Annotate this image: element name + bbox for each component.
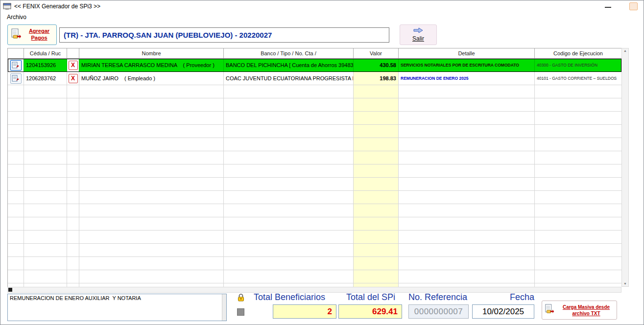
cell-delete[interactable]: X <box>67 59 79 72</box>
cell-cedula <box>24 178 67 191</box>
add-payment-icon <box>10 28 23 42</box>
cell-cedula[interactable]: 1206283762 <box>24 72 67 85</box>
cell-cedula <box>24 164 67 178</box>
cell-row-button <box>8 178 24 191</box>
cell-cedula <box>24 191 67 204</box>
empty-table-row <box>8 98 621 112</box>
cell-row-button <box>8 217 24 231</box>
referencia-label: No. Referencia <box>408 292 467 302</box>
col-header-cedula: Cédula / Ruc <box>24 48 67 59</box>
scroll-down-icon[interactable]: ▼ <box>623 281 627 286</box>
cell-codigo[interactable]: 40300 - GASTO DE INVERSIÓN <box>535 59 621 72</box>
empty-table-row <box>8 164 621 178</box>
cell-nombre[interactable]: MIRIAN TERESA CARRASCO MEDINA ( Proveedo… <box>79 59 224 72</box>
cell-row-button[interactable] <box>8 59 24 72</box>
cell-row-button <box>8 191 24 204</box>
cell-codigo <box>535 270 621 283</box>
cell-valor <box>354 112 399 125</box>
cell-banco[interactable]: BANCO DEL PICHINCHA [ Cuenta de Ahorros … <box>224 59 354 72</box>
cell-row-button <box>8 125 24 138</box>
cell-nombre <box>79 178 224 191</box>
cell-cedula <box>24 112 67 125</box>
table-row: 1206283762XMUÑOZ JAIRO ( Empleado )COAC … <box>8 72 621 85</box>
cell-valor <box>354 217 399 231</box>
cell-nombre <box>79 151 224 164</box>
empty-table-row <box>8 283 621 287</box>
cell-cedula <box>24 257 67 270</box>
cell-row-button <box>8 270 24 283</box>
cell-detalle <box>399 191 535 204</box>
empty-table-row <box>8 178 621 191</box>
horizontal-scrollbar-thumb[interactable] <box>8 288 12 292</box>
cell-detalle <box>399 244 535 257</box>
close-button[interactable] <box>629 2 638 10</box>
cell-banco <box>224 191 354 204</box>
cell-nombre <box>79 112 224 125</box>
bulk-load-icon <box>544 304 556 316</box>
cell-valor[interactable]: 198.83 <box>354 72 399 85</box>
cell-row-button <box>8 112 24 125</box>
total-spi-value: 629.41 <box>338 304 402 319</box>
cell-cedula <box>24 125 67 138</box>
minimize-button[interactable] <box>605 7 611 8</box>
salir-button[interactable]: Salir <box>400 24 437 45</box>
cell-valor <box>354 270 399 283</box>
cell-valor <box>354 98 399 112</box>
cell-detalle <box>399 217 535 231</box>
disabled-checkbox <box>237 308 244 316</box>
cell-delete <box>67 98 79 112</box>
cell-codigo <box>535 125 621 138</box>
cell-delete[interactable]: X <box>67 72 79 85</box>
cell-banco <box>224 217 354 231</box>
cell-row-button <box>8 283 24 287</box>
cell-banco <box>224 231 354 244</box>
row-edit-button[interactable] <box>10 60 22 70</box>
cell-banco <box>224 283 354 287</box>
memo-field[interactable]: REMUNERACION DE ENERO AUXILIAR Y NOTARIA <box>7 294 227 321</box>
cell-codigo <box>535 164 621 178</box>
salir-label: Salir <box>412 35 424 42</box>
agregar-pagos-button[interactable]: Agregar Pagos <box>7 24 57 45</box>
cell-detalle[interactable]: SERVICIOS NOTARIALES POR DE ESCRITURA CO… <box>399 59 535 72</box>
cell-codigo <box>535 283 621 287</box>
cell-valor[interactable]: 430.58 <box>354 59 399 72</box>
cell-banco <box>224 164 354 178</box>
memo-scrollbar <box>222 294 226 321</box>
row-delete-button[interactable]: X <box>69 61 78 70</box>
cell-nombre[interactable]: MUÑOZ JAIRO ( Empleado ) <box>79 72 224 85</box>
row-delete-button[interactable]: X <box>69 74 78 83</box>
fecha-label: Fecha <box>510 292 534 302</box>
empty-table-row <box>8 270 621 283</box>
cell-cedula <box>24 98 67 112</box>
cell-cedula[interactable]: 1204153926 <box>24 59 67 72</box>
cell-valor <box>354 244 399 257</box>
cell-codigo <box>535 178 621 191</box>
cell-row-button <box>8 85 24 98</box>
lock-icon[interactable] <box>237 293 245 302</box>
cell-detalle[interactable]: REMUNERACION DE ENERO 2025 <box>399 72 535 85</box>
fecha-field[interactable] <box>472 304 534 319</box>
empty-table-row <box>8 231 621 244</box>
menu-item-archivo[interactable]: Archivo <box>5 13 28 22</box>
cell-detalle <box>399 283 535 287</box>
cell-codigo[interactable]: 40101 - GASTO CORRIENTE – SUELDOS <box>535 72 621 85</box>
col-header-detalle: Detalle <box>399 48 535 59</box>
cell-row-button <box>8 257 24 270</box>
cell-delete <box>67 231 79 244</box>
cell-banco[interactable]: COAC JUVENTUD ECUATORIANA PROGRESISTA LT… <box>224 72 354 85</box>
titlebar: << FENIX Generador de SPi3 >> <box>0 0 644 12</box>
cell-valor <box>354 85 399 98</box>
carga-masiva-button[interactable]: Carga Masiva desde archivo TXT <box>542 301 617 320</box>
row-edit-button[interactable] <box>10 73 22 84</box>
vertical-scrollbar[interactable]: ▲ ▼ <box>621 48 629 287</box>
cell-valor <box>354 138 399 151</box>
cell-row-button <box>8 98 24 112</box>
cell-detalle <box>399 204 535 217</box>
cell-delete <box>67 138 79 151</box>
cell-row-button[interactable] <box>8 72 24 85</box>
cell-cedula <box>24 244 67 257</box>
entity-field[interactable] <box>59 27 389 43</box>
cell-codigo <box>535 191 621 204</box>
scroll-up-icon[interactable]: ▲ <box>623 48 627 53</box>
cell-valor <box>354 204 399 217</box>
